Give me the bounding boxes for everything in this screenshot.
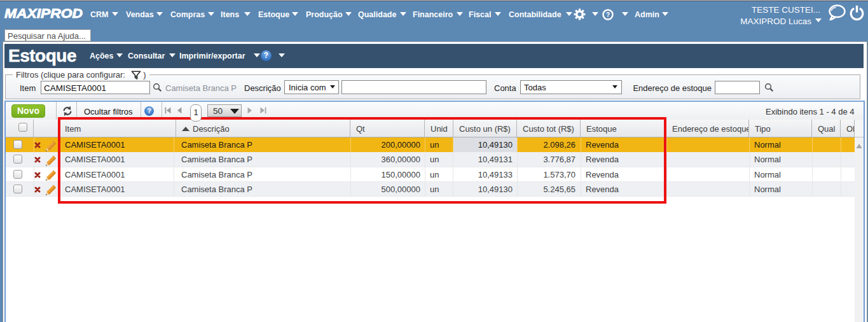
svg-text:?: ?	[606, 11, 610, 18]
